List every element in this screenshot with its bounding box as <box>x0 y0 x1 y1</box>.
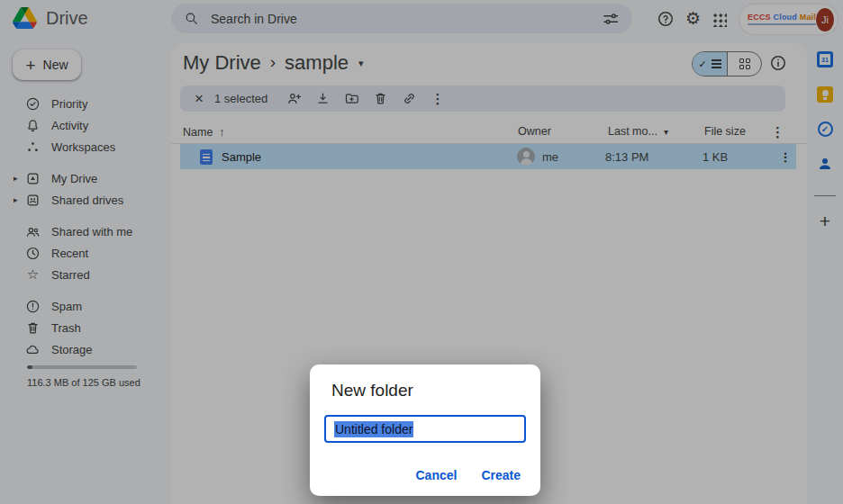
dialog-title: New folder <box>331 381 413 400</box>
create-button[interactable]: Create <box>481 468 521 482</box>
folder-name-selected-text: Untitled folder <box>334 421 413 437</box>
folder-name-input[interactable]: Untitled folder <box>324 415 526 443</box>
dialog-actions: Cancel Create <box>415 468 521 482</box>
cancel-button[interactable]: Cancel <box>415 468 457 482</box>
google-drive-app: Drive Search in Drive ⚙ <box>0 0 843 504</box>
new-folder-dialog: New folder Untitled folder Cancel Create <box>310 364 540 496</box>
